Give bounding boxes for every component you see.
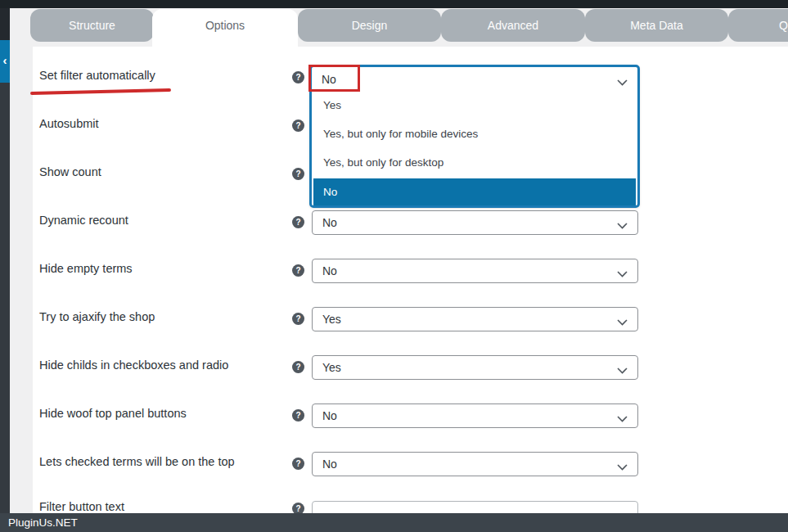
help-icon[interactable]: ? bbox=[292, 119, 304, 132]
hide-childs-select[interactable]: Yes bbox=[312, 355, 638, 380]
help-icon[interactable]: ? bbox=[292, 458, 304, 470]
field-label-autosubmit: Autosubmit bbox=[39, 117, 99, 130]
help-icon[interactable]: ? bbox=[292, 313, 304, 325]
content-gutter bbox=[10, 47, 33, 513]
field-label-hide-top-panel-buttons: Hide woof top panel buttons bbox=[39, 407, 187, 420]
help-icon[interactable]: ? bbox=[292, 264, 304, 277]
field-label-checked-terms-on-top: Lets checked terms will be on the top bbox=[39, 455, 235, 468]
tab-structure[interactable]: Structure bbox=[30, 9, 154, 42]
selected-value: No bbox=[322, 211, 337, 234]
select-selected-row[interactable]: No bbox=[312, 67, 637, 92]
hide-empty-terms-select[interactable]: No bbox=[312, 259, 638, 283]
red-underline-annotation bbox=[30, 88, 171, 95]
selected-value: No bbox=[322, 453, 337, 476]
tab-design[interactable]: Design bbox=[298, 9, 441, 42]
chevron-down-icon bbox=[617, 267, 628, 280]
red-box-annotation bbox=[308, 65, 360, 92]
tab-quick[interactable]: Quick bbox=[728, 9, 788, 42]
selected-value: No bbox=[322, 404, 337, 427]
tab-options[interactable]: Options bbox=[152, 9, 298, 47]
help-icon[interactable]: ? bbox=[292, 168, 304, 180]
chevron-down-icon bbox=[617, 412, 628, 425]
chevron-down-icon bbox=[617, 460, 628, 473]
dropdown-option-yes[interactable]: Yes bbox=[312, 93, 637, 118]
collapse-menu-button[interactable]: ‹ bbox=[0, 40, 10, 83]
dropdown-option-yes-desktop[interactable]: Yes, but only for desktop bbox=[312, 151, 637, 175]
chevron-down-icon bbox=[617, 219, 628, 232]
selected-value: No bbox=[322, 259, 337, 282]
checked-terms-on-top-select[interactable]: No bbox=[312, 452, 638, 476]
admin-top-bar bbox=[0, 0, 788, 8]
chevron-left-icon: ‹ bbox=[3, 53, 7, 67]
tab-advanced[interactable]: Advanced bbox=[441, 9, 585, 42]
help-icon[interactable]: ? bbox=[292, 216, 304, 228]
help-icon[interactable]: ? bbox=[292, 71, 304, 83]
ajaxify-shop-select[interactable]: Yes bbox=[312, 307, 638, 331]
woof-options-screen: ‹ Structure Options Design Advanced Meta… bbox=[0, 0, 788, 532]
dynamic-recount-select[interactable]: No bbox=[312, 210, 638, 235]
dropdown-option-yes-mobile[interactable]: Yes, but only for mobile devices bbox=[312, 122, 637, 147]
help-icon[interactable]: ? bbox=[292, 361, 304, 373]
selected-value: Yes bbox=[322, 356, 341, 379]
field-label-dynamic-recount: Dynamic recount bbox=[39, 214, 128, 227]
field-label-hide-childs: Hide childs in checkboxes and radio bbox=[39, 358, 228, 372]
chevron-down-icon bbox=[617, 315, 628, 328]
watermark-bar: PluginUs.NET bbox=[0, 513, 788, 532]
field-label-ajaxify-shop: Try to ajaxify the shop bbox=[39, 310, 155, 323]
field-label-show-count: Show count bbox=[39, 165, 101, 178]
dropdown-option-no-highlighted[interactable]: No bbox=[313, 178, 636, 205]
selected-value: Yes bbox=[322, 308, 341, 331]
hide-top-panel-buttons-select[interactable]: No bbox=[312, 404, 638, 428]
field-label-set-filter-automatically: Set filter automatically bbox=[39, 69, 155, 82]
help-icon[interactable]: ? bbox=[292, 409, 304, 422]
tab-meta-data[interactable]: Meta Data bbox=[585, 9, 728, 42]
field-label-filter-button-text: Filter button text bbox=[39, 500, 124, 513]
watermark-text: PluginUs.NET bbox=[8, 513, 78, 532]
chevron-down-icon bbox=[617, 75, 628, 88]
field-label-hide-empty-terms: Hide empty terms bbox=[39, 262, 133, 275]
admin-sidebar-rail-lower bbox=[0, 83, 10, 532]
chevron-down-icon bbox=[617, 363, 628, 376]
